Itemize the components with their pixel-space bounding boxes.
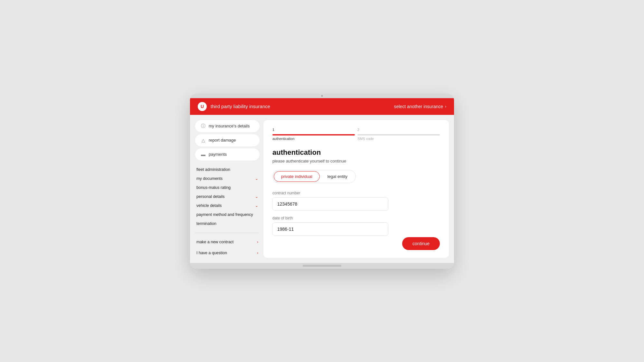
- chevron-down-icon: ⌄: [255, 176, 258, 181]
- progress-bar-step-1: [272, 134, 355, 135]
- chevron-down-icon: ⌄: [255, 203, 258, 208]
- trackpad: [303, 265, 341, 267]
- progress-step-2-label: SMS code: [357, 137, 440, 141]
- sidebar-item-personal-details[interactable]: personal details ⌄: [195, 192, 260, 201]
- sidebar-item-termination[interactable]: termination: [195, 219, 260, 228]
- sidebar-menu: fleet administration my documents ⌄ bonu…: [195, 165, 260, 228]
- sidebar-item-question[interactable]: I have a question ›: [195, 248, 260, 257]
- app-container: U third party liability insurance select…: [190, 98, 454, 263]
- sidebar-item-bonus-malus[interactable]: bonus-malus rating: [195, 183, 260, 192]
- contract-number-label: contract number: [272, 191, 440, 195]
- sidebar-item-vehicle-details[interactable]: vehicle details ⌄: [195, 201, 260, 210]
- chevron-right-icon: ›: [257, 251, 258, 255]
- sidebar-item-fleet-administration[interactable]: fleet administration: [195, 165, 260, 174]
- header: U third party liability insurance select…: [190, 98, 454, 115]
- sidebar-item-my-documents[interactable]: my documents ⌄: [195, 174, 260, 183]
- sidebar-item-make-new-contract[interactable]: make a new contract ›: [195, 237, 260, 246]
- sidebar-divider: [195, 233, 260, 233]
- date-of-birth-input[interactable]: [272, 222, 388, 236]
- contract-number-input[interactable]: [272, 197, 388, 211]
- entity-type-toggle: private individual legal entity: [272, 170, 356, 183]
- laptop-container: U third party liability insurance select…: [190, 94, 454, 269]
- auth-title: authentication: [272, 148, 440, 157]
- payments-btn[interactable]: ▬ payments: [195, 148, 260, 161]
- laptop-camera: [321, 95, 323, 97]
- sidebar-item-payment-method[interactable]: payment method and frequency: [195, 210, 260, 219]
- auth-subtitle: please authenticate yourself to continue: [272, 159, 440, 163]
- laptop-top-bar: [190, 94, 454, 98]
- continue-button[interactable]: continue: [402, 237, 440, 250]
- sidebar: ⓘ my insurance's details △ report damage…: [195, 120, 260, 258]
- chevron-right-icon: ›: [257, 240, 258, 244]
- select-another-insurance-btn[interactable]: select another insurance ›: [394, 104, 446, 109]
- chevron-right-icon: ›: [445, 104, 446, 109]
- progress-bar-step-2: [357, 134, 440, 135]
- legal-entity-btn[interactable]: legal entity: [320, 171, 355, 182]
- contract-number-group: contract number: [272, 191, 440, 211]
- private-individual-btn[interactable]: private individual: [274, 171, 320, 182]
- logo: U: [198, 102, 207, 111]
- progress-bar: 1 authentication 2 SMS code: [272, 128, 440, 141]
- progress-step-1-label: authentication: [272, 137, 355, 141]
- date-of-birth-group: date of birth: [272, 216, 440, 236]
- main-layout: ⓘ my insurance's details △ report damage…: [190, 115, 454, 263]
- progress-step-2: 2 SMS code: [357, 128, 440, 141]
- info-icon: ⓘ: [200, 123, 206, 129]
- progress-step-2-number: 2: [357, 128, 359, 132]
- my-insurance-btn[interactable]: ⓘ my insurance's details: [195, 120, 260, 132]
- content-area: 1 authentication 2 SMS code authentic: [263, 120, 449, 258]
- warning-icon: △: [200, 137, 206, 143]
- chevron-down-icon: ⌄: [255, 194, 258, 199]
- laptop-bottom: [190, 263, 454, 269]
- report-damage-btn[interactable]: △ report damage: [195, 134, 260, 146]
- progress-step-1: 1 authentication: [272, 128, 355, 141]
- date-of-birth-label: date of birth: [272, 216, 440, 220]
- header-left: U third party liability insurance: [198, 102, 270, 111]
- progress-step-1-number: 1: [272, 128, 274, 132]
- card-icon: ▬: [200, 152, 206, 157]
- header-title: third party liability insurance: [211, 104, 270, 109]
